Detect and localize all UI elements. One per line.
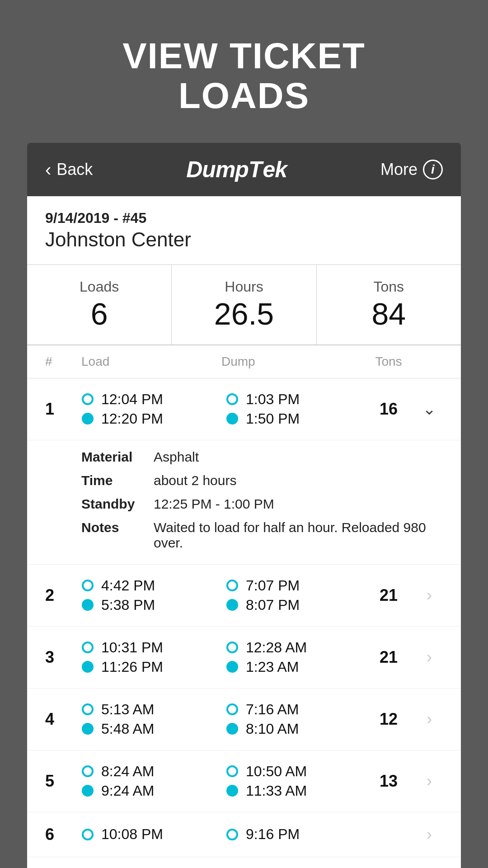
app-container: ‹ Back DumpTek More i 9/14/2019 - #45 Jo…: [27, 143, 461, 868]
load-time-bot: 12:20 PM: [101, 410, 163, 427]
chevron-right-icon[interactable]: ›: [416, 825, 443, 844]
logo-text-3: ek: [263, 156, 287, 183]
tons-value: 13: [361, 772, 416, 791]
loads-list: 112:04 PM12:20 PM1:03 PM1:50 PM16⌄Materi…: [27, 378, 461, 857]
row-number: 1: [45, 400, 72, 419]
nav-bar: ‹ Back DumpTek More i: [27, 143, 461, 196]
more-button[interactable]: More i: [380, 160, 443, 179]
dot-filled-icon: [226, 723, 239, 735]
detail-value: about 2 hours: [154, 473, 443, 488]
dump-time-col: 10:50 AM11:33 AM: [217, 763, 361, 799]
row-number: 3: [45, 648, 72, 667]
ticket-date: 9/14/2019 - #45: [45, 210, 443, 226]
col-header-tons: Tons: [361, 354, 416, 369]
load-detail: MaterialAsphaltTimeabout 2 hoursStandby1…: [27, 440, 461, 564]
tons-value: 12: [361, 710, 416, 729]
detail-value: Waited to load for half an hour. Reloade…: [154, 520, 443, 551]
detail-key: Standby: [81, 496, 154, 512]
dot-open-icon: [81, 642, 94, 653]
dump-time-col: 7:07 PM8:07 PM: [217, 577, 361, 613]
page-title: VIEW TICKET LOADS: [18, 36, 470, 116]
page-header: VIEW TICKET LOADS: [0, 0, 488, 143]
logo-text: Dump: [186, 156, 249, 183]
dot-open-icon: [226, 765, 239, 777]
detail-key: Notes: [81, 520, 154, 551]
load-time-top: 8:24 AM: [101, 763, 154, 780]
dump-time-top: 7:16 AM: [246, 701, 299, 718]
chevron-right-icon[interactable]: ›: [416, 772, 443, 791]
load-time-col: 10:31 PM11:26 PM: [72, 639, 217, 675]
load-time-top: 5:13 AM: [101, 701, 154, 718]
load-row[interactable]: 112:04 PM12:20 PM1:03 PM1:50 PM16⌄Materi…: [27, 378, 461, 565]
chevron-down-icon[interactable]: ⌄: [416, 400, 443, 419]
load-time-col: 5:13 AM5:48 AM: [72, 701, 217, 737]
dot-filled-icon: [81, 599, 94, 611]
load-time-top: 4:42 PM: [101, 577, 155, 594]
dot-filled-icon: [226, 599, 239, 611]
stat-loads: Loads 6: [27, 265, 172, 344]
more-label: More: [380, 160, 418, 179]
detail-row: Timeabout 2 hours: [81, 473, 443, 488]
load-row[interactable]: 45:13 AM5:48 AM7:16 AM8:10 AM12›: [27, 689, 461, 750]
load-time-bot: 11:26 PM: [101, 659, 163, 675]
row-number: 6: [45, 825, 72, 844]
stat-hours-label: Hours: [181, 278, 307, 295]
load-row[interactable]: 610:08 PM9:16 PM›: [27, 812, 461, 857]
load-row[interactable]: 24:42 PM5:38 PM7:07 PM8:07 PM21›: [27, 565, 461, 627]
back-button[interactable]: ‹ Back: [45, 160, 93, 180]
load-time-col: 12:04 PM12:20 PM: [72, 391, 217, 427]
stat-loads-label: Loads: [36, 278, 162, 295]
bottom-spacer: [27, 857, 461, 868]
dump-time-top: 9:16 PM: [246, 826, 300, 843]
back-label: Back: [56, 160, 93, 179]
dump-time-bot: 1:50 PM: [246, 410, 300, 427]
dot-filled-icon: [226, 413, 239, 425]
stat-hours-value: 26.5: [181, 297, 307, 331]
dot-open-icon: [226, 642, 239, 653]
dot-open-icon: [81, 765, 94, 777]
chevron-right-icon[interactable]: ›: [416, 586, 443, 605]
dot-open-icon: [81, 580, 94, 591]
dot-open-icon: [226, 580, 239, 591]
dot-open-icon: [81, 829, 94, 840]
tons-value: 16: [361, 400, 416, 419]
chevron-right-icon[interactable]: ›: [416, 710, 443, 729]
load-row[interactable]: 310:31 PM11:26 PM12:28 AM1:23 AM21›: [27, 627, 461, 689]
dot-filled-icon: [81, 661, 94, 673]
table-header: # Load Dump Tons: [27, 345, 461, 378]
ticket-name: Johnston Center: [45, 228, 443, 251]
dot-open-icon: [226, 703, 239, 715]
load-time-top: 10:31 PM: [101, 639, 163, 656]
dump-time-col: 1:03 PM1:50 PM: [217, 391, 361, 427]
load-row[interactable]: 58:24 AM9:24 AM10:50 AM11:33 AM13›: [27, 750, 461, 812]
dot-filled-icon: [81, 413, 94, 425]
load-time-col: 8:24 AM9:24 AM: [72, 763, 217, 799]
detail-row: MaterialAsphalt: [81, 449, 443, 465]
back-chevron-icon: ‹: [45, 160, 51, 180]
dump-time-top: 1:03 PM: [246, 391, 300, 408]
col-header-load: Load: [72, 354, 221, 369]
stat-tons: Tons 84: [317, 265, 461, 344]
stats-row: Loads 6 Hours 26.5 Tons 84: [27, 265, 461, 345]
load-time-top: 10:08 PM: [101, 826, 163, 843]
dot-open-icon: [81, 393, 94, 405]
dump-time-bot: 8:07 PM: [246, 597, 300, 613]
stat-hours: Hours 26.5: [172, 265, 316, 344]
dump-time-col: 12:28 AM1:23 AM: [217, 639, 361, 675]
load-time-bot: 5:48 AM: [101, 721, 154, 737]
col-header-num: #: [45, 354, 72, 369]
info-icon[interactable]: i: [423, 160, 443, 179]
dump-time-top: 7:07 PM: [246, 577, 300, 594]
detail-value: Asphalt: [154, 449, 443, 465]
col-header-dump: Dump: [221, 354, 361, 369]
detail-value: 12:25 PM - 1:00 PM: [154, 496, 443, 512]
ticket-info: 9/14/2019 - #45 Johnston Center: [27, 196, 461, 265]
row-number: 4: [45, 710, 72, 729]
row-number: 2: [45, 586, 72, 605]
app-logo: DumpTek: [186, 156, 287, 183]
detail-key: Material: [81, 449, 154, 465]
chevron-right-icon[interactable]: ›: [416, 648, 443, 667]
stat-loads-value: 6: [36, 297, 162, 331]
dump-time-bot: 11:33 AM: [246, 783, 307, 799]
stat-tons-label: Tons: [326, 278, 452, 295]
